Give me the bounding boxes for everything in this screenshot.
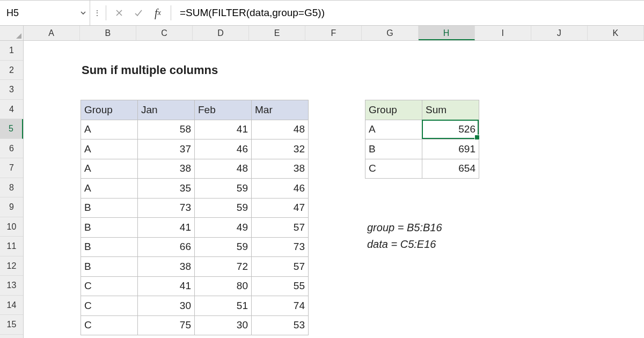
row-header[interactable]: 1 — [0, 41, 23, 61]
drag-handle-icon[interactable]: ⋮ — [90, 9, 103, 17]
table-cell[interactable]: 37 — [138, 139, 195, 159]
chevron-down-icon[interactable] — [79, 10, 86, 16]
table-cell[interactable]: 53 — [252, 315, 309, 335]
table-cell[interactable]: 72 — [195, 257, 252, 277]
table-cell[interactable]: 73 — [138, 198, 195, 218]
table-cell[interactable]: 48 — [252, 120, 309, 139]
table-cell[interactable]: 59 — [195, 237, 252, 257]
table-row: A526 — [365, 120, 479, 139]
table-cell[interactable]: 48 — [195, 159, 252, 179]
table-cell[interactable]: 35 — [138, 179, 195, 199]
row-header[interactable]: 10 — [0, 217, 23, 237]
table-cell[interactable]: B — [81, 218, 138, 238]
table-cell[interactable]: 73 — [252, 237, 309, 257]
column-header[interactable]: G — [362, 26, 418, 40]
table-cell[interactable]: 691 — [422, 139, 479, 159]
table-cell[interactable]: 41 — [138, 276, 195, 296]
table-cell[interactable]: C — [365, 159, 422, 179]
column-header[interactable]: I — [475, 26, 531, 40]
enter-icon[interactable] — [129, 1, 148, 25]
table-cell[interactable]: B — [81, 198, 138, 218]
column-header[interactable]: B — [80, 26, 136, 40]
formula-input[interactable] — [174, 1, 644, 25]
row-header[interactable]: 3 — [0, 80, 23, 100]
table-cell[interactable]: 38 — [252, 159, 309, 179]
page-title: Sum if multiple columns — [82, 63, 218, 77]
table-row: C418055 — [81, 276, 309, 296]
row-header[interactable]: 11 — [0, 237, 23, 256]
table-cell[interactable]: 59 — [195, 198, 252, 218]
row-header[interactable]: 9 — [0, 197, 23, 217]
table-cell[interactable]: 41 — [195, 120, 252, 139]
column-header[interactable]: C — [136, 26, 193, 40]
named-range-notes: group = B5:B16 data = C5:E16 — [367, 219, 442, 253]
table-cell[interactable]: 66 — [138, 237, 195, 257]
table-cell[interactable]: A — [81, 179, 138, 199]
table-cell[interactable]: 58 — [138, 120, 195, 139]
table-cell[interactable]: 57 — [252, 218, 309, 238]
table-cell[interactable]: 526 — [422, 120, 479, 139]
column-header[interactable]: K — [588, 26, 644, 40]
row-header[interactable]: 12 — [0, 256, 23, 276]
worksheet[interactable]: Sum if multiple columns GroupJanFebMar A… — [24, 41, 644, 338]
table-cell[interactable]: 46 — [195, 139, 252, 159]
table-row: A584148 — [81, 120, 309, 139]
row-header[interactable]: 6 — [0, 139, 23, 159]
table-cell[interactable]: C — [81, 276, 138, 296]
table-cell[interactable]: C — [81, 315, 138, 335]
table-cell[interactable]: C — [81, 296, 138, 316]
table-header: Jan — [138, 100, 195, 120]
table-cell[interactable]: 32 — [252, 139, 309, 159]
table-cell[interactable]: B — [81, 237, 138, 257]
table-cell[interactable]: 75 — [138, 315, 195, 335]
row-header[interactable]: 8 — [0, 178, 23, 198]
table-cell[interactable]: A — [365, 120, 422, 139]
table-cell[interactable]: 38 — [138, 159, 195, 179]
table-cell[interactable]: A — [81, 120, 138, 139]
name-box[interactable] — [0, 1, 79, 25]
column-header[interactable]: H — [419, 26, 475, 40]
row-header[interactable]: 5 — [0, 119, 23, 139]
table-cell[interactable]: 30 — [138, 296, 195, 316]
table-cell[interactable]: 80 — [195, 276, 252, 296]
data-table: GroupJanFebMar A584148A374632A384838A355… — [80, 100, 309, 335]
row-header[interactable]: 13 — [0, 276, 23, 296]
table-row: B665973 — [81, 237, 309, 257]
column-header[interactable]: J — [531, 26, 588, 40]
table-cell[interactable]: B — [365, 139, 422, 159]
table-cell[interactable]: 57 — [252, 257, 309, 277]
row-header[interactable]: 7 — [0, 158, 23, 178]
select-all-corner[interactable] — [0, 26, 24, 40]
table-cell[interactable]: 49 — [195, 218, 252, 238]
column-header[interactable]: E — [249, 26, 305, 40]
table-cell[interactable]: 30 — [195, 315, 252, 335]
row-header[interactable]: 14 — [0, 296, 23, 315]
table-cell[interactable]: A — [81, 159, 138, 179]
column-header[interactable]: A — [24, 26, 80, 40]
table-cell[interactable]: 74 — [252, 296, 309, 316]
fx-icon[interactable]: fx — [148, 1, 167, 25]
table-cell[interactable]: 46 — [252, 179, 309, 199]
table-cell[interactable]: A — [81, 139, 138, 159]
row-header[interactable]: 2 — [0, 61, 23, 80]
table-row: C654 — [365, 159, 479, 179]
table-cell[interactable]: 38 — [138, 257, 195, 277]
cancel-icon[interactable] — [109, 1, 129, 25]
row-headers: 123456789101112131415 — [0, 41, 24, 338]
table-row: A384838 — [81, 159, 309, 179]
formula-bar: ⋮ fx — [0, 0, 644, 26]
table-header: Group — [81, 100, 138, 120]
table-cell[interactable]: 654 — [422, 159, 479, 179]
row-header[interactable]: 15 — [0, 315, 23, 335]
column-header[interactable]: F — [305, 26, 362, 40]
note-line: data = C5:E16 — [367, 236, 442, 253]
table-cell[interactable]: B — [81, 257, 138, 277]
table-cell[interactable]: 59 — [195, 179, 252, 199]
table-cell[interactable]: 51 — [195, 296, 252, 316]
name-box-wrap — [0, 1, 90, 25]
table-cell[interactable]: 41 — [138, 218, 195, 238]
table-cell[interactable]: 47 — [252, 198, 309, 218]
table-cell[interactable]: 55 — [252, 276, 309, 296]
column-header[interactable]: D — [193, 26, 249, 40]
row-header[interactable]: 4 — [0, 100, 23, 120]
